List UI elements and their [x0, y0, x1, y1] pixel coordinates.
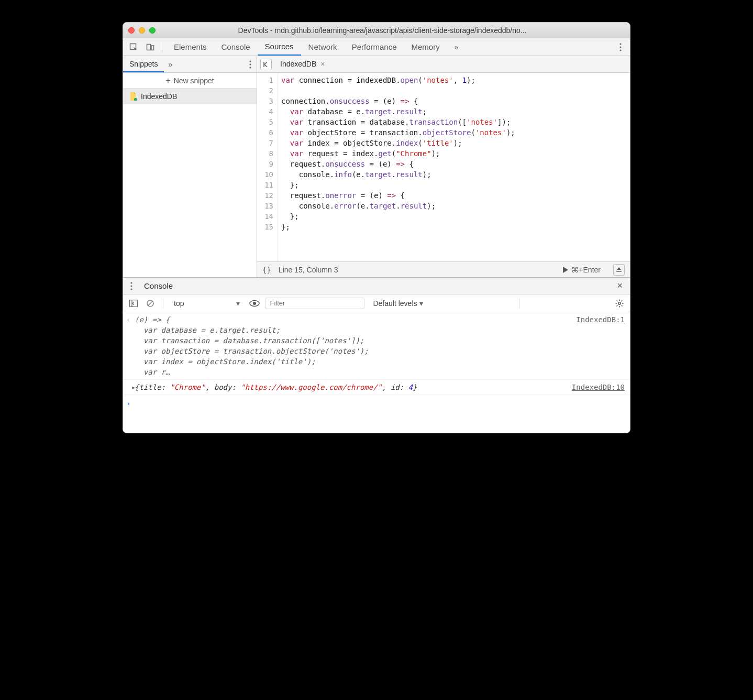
window-title: DevTools - mdn.github.io/learning-area/j…: [161, 26, 625, 35]
sources-panel: Snippets » + New snippet IndexedDB: [123, 56, 630, 277]
sources-sidebar: Snippets » + New snippet IndexedDB: [123, 56, 257, 277]
log-levels-select[interactable]: Default levels ▾: [369, 299, 427, 308]
source-link[interactable]: IndexedDB:10: [572, 382, 625, 392]
editor-statusbar: {} Line 15, Column 3 ⌘+Enter: [257, 261, 630, 277]
panel-tabstrip: ElementsConsoleSourcesNetworkPerformance…: [123, 38, 630, 56]
sidebar-menu-button[interactable]: [244, 56, 257, 72]
separator: [162, 41, 162, 52]
source-link[interactable]: IndexedDB:1: [576, 314, 625, 377]
dropdown-icon: ▾: [236, 299, 240, 308]
prompt-icon: ›: [126, 398, 135, 409]
svg-line-28: [616, 305, 617, 306]
panel-tab-elements[interactable]: Elements: [167, 38, 214, 56]
drawer-close-button[interactable]: ×: [612, 280, 628, 291]
sidebar-tabs: Snippets »: [123, 56, 257, 73]
snippet-item-label: IndexedDB: [141, 92, 177, 101]
svg-point-14: [130, 288, 132, 290]
svg-rect-2: [151, 46, 154, 50]
devtools-window: DevTools - mdn.github.io/learning-area/j…: [123, 22, 630, 433]
clear-console-icon[interactable]: [144, 297, 157, 310]
svg-point-21: [618, 302, 621, 304]
console-prompt[interactable]: ›: [123, 395, 630, 412]
editor-tabbar: IndexedDB ×: [257, 56, 630, 73]
console-sidebar-toggle-icon[interactable]: [127, 297, 140, 310]
more-tabs-button[interactable]: »: [449, 38, 464, 56]
svg-rect-1: [147, 44, 151, 50]
expand-icon[interactable]: ▸: [126, 382, 135, 392]
sidebar-tab-snippets[interactable]: Snippets: [123, 56, 164, 72]
snippet-file-icon: [129, 92, 137, 101]
play-icon: [563, 267, 568, 273]
traffic-lights: [128, 27, 156, 34]
pretty-print-icon[interactable]: {}: [262, 266, 271, 274]
editor-tab[interactable]: IndexedDB ×: [275, 56, 330, 73]
toggle-panel-button[interactable]: [613, 264, 625, 276]
console-settings-icon[interactable]: [613, 297, 626, 310]
live-expression-icon[interactable]: [248, 297, 261, 310]
console-entry: ‹ (e) => { var database = e.target.resul…: [123, 312, 630, 380]
editor-column: IndexedDB × 123456789101112131415 var co…: [257, 56, 630, 277]
svg-line-27: [622, 305, 623, 306]
svg-point-7: [249, 63, 251, 65]
console-drawer: Console × top ▾ Default levels ▾: [123, 277, 630, 433]
filter-input[interactable]: [265, 298, 364, 309]
new-snippet-label: New snippet: [174, 76, 214, 85]
panel-tab-performance[interactable]: Performance: [345, 38, 404, 56]
separator: [519, 298, 519, 309]
run-shortcut-label: ⌘+Enter: [571, 266, 601, 274]
editor-tab-label: IndexedDB: [280, 60, 316, 68]
code-editor[interactable]: 123456789101112131415 var connection = i…: [257, 73, 630, 261]
console-output[interactable]: ‹ (e) => { var database = e.target.resul…: [123, 312, 630, 433]
context-label: top: [174, 299, 184, 308]
line-gutter: 123456789101112131415: [257, 73, 278, 261]
console-entry: ▸ {title: "Chrome", body: "https://www.g…: [123, 380, 630, 395]
console-toolbar: top ▾ Default levels ▾: [123, 294, 630, 312]
maximize-button[interactable]: [149, 27, 156, 34]
svg-point-8: [249, 67, 251, 68]
separator: [163, 298, 163, 309]
titlebar: DevTools - mdn.github.io/learning-area/j…: [123, 23, 630, 38]
close-tab-icon[interactable]: ×: [320, 60, 325, 68]
svg-point-20: [253, 302, 256, 305]
cursor-position: Line 15, Column 3: [279, 266, 338, 274]
drawer-tab-console[interactable]: Console: [138, 278, 179, 294]
svg-point-12: [130, 282, 132, 283]
panel-tab-network[interactable]: Network: [301, 38, 345, 56]
plus-icon: +: [165, 76, 170, 85]
panel-tab-sources[interactable]: Sources: [258, 38, 301, 56]
svg-rect-11: [616, 271, 622, 272]
dropdown-icon: ▾: [419, 299, 423, 308]
console-message[interactable]: (e) => { var database = e.target.result;…: [135, 314, 576, 377]
svg-line-18: [148, 301, 152, 305]
svg-point-3: [619, 43, 621, 45]
context-select[interactable]: top ▾: [170, 299, 244, 308]
snippet-list: IndexedDB: [123, 89, 257, 277]
svg-line-26: [616, 300, 617, 301]
sidebar-more-tabs[interactable]: »: [164, 56, 176, 72]
main-menu-button[interactable]: [614, 38, 627, 56]
navigate-back-button[interactable]: [260, 59, 272, 70]
close-button[interactable]: [128, 27, 135, 34]
svg-point-5: [619, 49, 621, 51]
run-snippet-button[interactable]: ⌘+Enter: [563, 266, 601, 274]
drawer-tabbar: Console ×: [123, 278, 630, 294]
device-toolbar-icon[interactable]: [143, 38, 158, 56]
panel-tab-memory[interactable]: Memory: [404, 38, 447, 56]
panel-tab-console[interactable]: Console: [214, 38, 258, 56]
levels-label: Default levels: [373, 299, 417, 308]
new-snippet-button[interactable]: + New snippet: [123, 73, 257, 89]
svg-point-13: [130, 285, 132, 287]
snippet-item[interactable]: IndexedDB: [123, 89, 257, 104]
svg-point-4: [619, 46, 621, 48]
collapse-icon[interactable]: ‹: [126, 314, 135, 377]
svg-line-29: [622, 300, 623, 301]
drawer-menu-button[interactable]: [125, 282, 138, 290]
svg-rect-15: [130, 300, 138, 307]
svg-point-6: [249, 60, 251, 62]
console-message[interactable]: {title: "Chrome", body: "https://www.goo…: [135, 382, 572, 392]
minimize-button[interactable]: [139, 27, 145, 34]
code-content[interactable]: var connection = indexedDB.open('notes',…: [278, 73, 630, 261]
inspect-element-icon[interactable]: [126, 38, 141, 56]
